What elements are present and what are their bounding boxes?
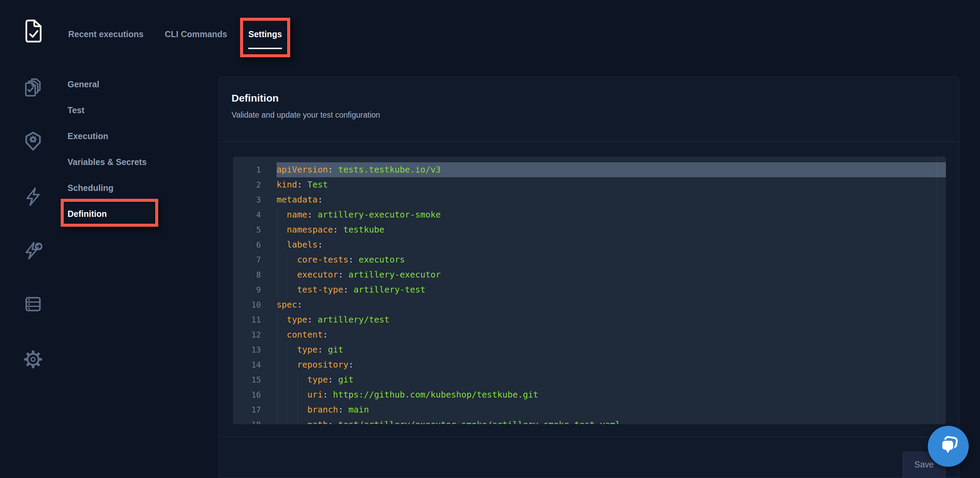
- line-number: 17: [233, 402, 261, 417]
- yaml-definition-editor[interactable]: 1apiVersion: tests.testkube.io/v32kind: …: [233, 157, 946, 424]
- code-text: apiVersion: tests.testkube.io/v3: [277, 162, 441, 177]
- line-number: 16: [233, 387, 261, 402]
- code-line-1[interactable]: 1apiVersion: tests.testkube.io/v3: [233, 162, 946, 177]
- code-line-6[interactable]: 6 labels:: [233, 237, 946, 252]
- menu-item-execution[interactable]: Execution: [67, 128, 146, 144]
- code-text: spec:: [277, 297, 302, 312]
- page-subtitle: Validate and update your test configurat…: [232, 110, 947, 120]
- line-number: 2: [233, 177, 261, 192]
- menu-item-test[interactable]: Test: [67, 102, 146, 118]
- code-text: type: git: [277, 342, 344, 357]
- line-number: 15: [233, 372, 261, 387]
- chat-widget-button[interactable]: [928, 426, 969, 467]
- line-number: 4: [233, 207, 261, 222]
- line-number: 3: [233, 192, 261, 207]
- webhooks-icon[interactable]: [23, 240, 43, 260]
- line-number: 9: [233, 282, 261, 297]
- code-line-15[interactable]: 15 type: git: [233, 372, 946, 387]
- code-text: labels:: [277, 237, 323, 252]
- code-line-18[interactable]: 18 path: test/artillery/executor-smoke/a…: [233, 417, 946, 424]
- code-line-13[interactable]: 13 type: git: [233, 342, 946, 357]
- menu-item-general[interactable]: General: [67, 76, 146, 92]
- line-number: 10: [233, 297, 261, 312]
- code-line-5[interactable]: 5 namespace: testkube: [233, 222, 946, 237]
- line-number: 6: [233, 237, 261, 252]
- line-number: 8: [233, 267, 261, 282]
- line-number: 18: [233, 417, 261, 424]
- code-text: executor: artillery-executor: [277, 267, 441, 282]
- definition-panel: Definition Validate and update your test…: [219, 76, 959, 478]
- code-text: test-type: artillery-test: [277, 282, 426, 297]
- menu-item-scheduling[interactable]: Scheduling: [67, 179, 146, 196]
- code-line-16[interactable]: 16 uri: https://github.com/kubeshop/test…: [233, 387, 946, 402]
- line-number: 11: [233, 312, 261, 327]
- code-line-3[interactable]: 3metadata:: [233, 192, 946, 207]
- line-number: 1: [233, 162, 261, 177]
- code-text: repository:: [277, 357, 353, 372]
- code-lines: 1apiVersion: tests.testkube.io/v32kind: …: [233, 157, 946, 424]
- sources-icon[interactable]: [23, 294, 43, 314]
- code-text: branch: main: [277, 402, 369, 417]
- definition-panel-header: Definition Validate and update your test…: [219, 77, 959, 142]
- tab-recent-executions[interactable]: Recent executions: [68, 29, 143, 49]
- code-line-12[interactable]: 12 content:: [233, 327, 946, 342]
- code-line-2[interactable]: 2kind: Test: [233, 177, 946, 192]
- code-line-9[interactable]: 9 test-type: artillery-test: [233, 282, 946, 297]
- code-text: metadata:: [277, 192, 323, 207]
- triggers-icon[interactable]: [23, 186, 43, 207]
- code-line-14[interactable]: 14 repository:: [233, 357, 946, 372]
- code-text: uri: https://github.com/kubeshop/testkub…: [277, 387, 538, 402]
- line-number: 14: [233, 357, 261, 372]
- line-number: 12: [233, 327, 261, 342]
- code-text: type: artillery/test: [277, 312, 390, 327]
- code-text: path: test/artillery/executor-smoke/arti…: [277, 417, 620, 424]
- line-number: 5: [233, 222, 261, 237]
- code-line-11[interactable]: 11 type: artillery/test: [233, 312, 946, 327]
- line-number: 7: [233, 252, 261, 267]
- code-text: type: git: [277, 372, 353, 387]
- settings-gear-icon[interactable]: [23, 349, 43, 370]
- code-line-10[interactable]: 10spec:: [233, 297, 946, 312]
- top-tab-bar: Recent executionsCLI CommandsSettings: [68, 29, 282, 49]
- code-text: name: artillery-executor-smoke: [277, 207, 441, 222]
- code-line-7[interactable]: 7 core-tests: executors: [233, 252, 946, 267]
- editor-scrollbar[interactable]: [937, 157, 937, 424]
- menu-item-definition[interactable]: Definition: [67, 206, 146, 222]
- tab-cli-commands[interactable]: CLI Commands: [165, 29, 227, 49]
- code-line-8[interactable]: 8 executor: artillery-executor: [233, 267, 946, 282]
- code-text: namespace: testkube: [277, 222, 384, 237]
- code-line-4[interactable]: 4 name: artillery-executor-smoke: [233, 207, 946, 222]
- line-number: 13: [233, 342, 261, 357]
- menu-item-variables-secrets[interactable]: Variables & Secrets: [67, 154, 146, 170]
- code-line-17[interactable]: 17 branch: main: [233, 402, 946, 417]
- tests-icon[interactable]: [23, 78, 43, 98]
- chat-bubbles-icon: [937, 434, 959, 458]
- settings-menu: GeneralTestExecutionVariables & SecretsS…: [67, 76, 146, 222]
- code-text: core-tests: executors: [277, 252, 405, 267]
- code-text: kind: Test: [277, 177, 328, 192]
- code-text: content:: [277, 327, 328, 342]
- executors-icon[interactable]: [23, 131, 43, 151]
- testkube-test-page: Recent executionsCLI CommandsSettings: [0, 0, 980, 478]
- test-document-icon: [24, 19, 43, 43]
- page-title: Definition: [232, 92, 947, 104]
- tab-settings[interactable]: Settings: [248, 29, 282, 49]
